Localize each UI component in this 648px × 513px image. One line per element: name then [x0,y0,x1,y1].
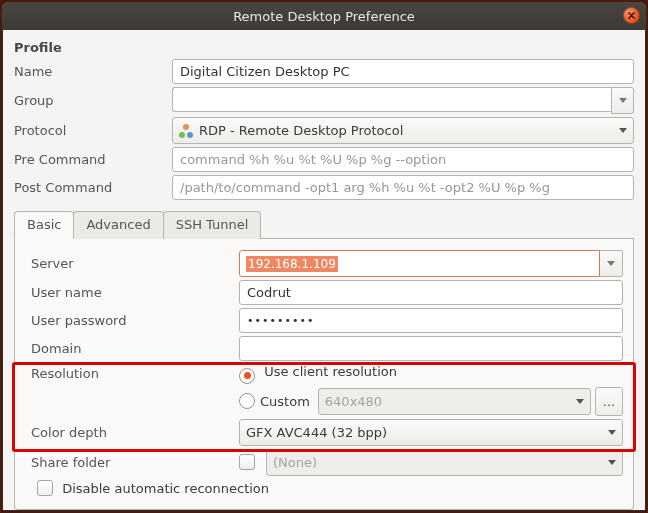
custom-label: Custom [260,394,310,409]
color-depth-value: GFX AVC444 (32 bpp) [246,425,387,440]
share-folder-value: (None) [273,455,317,470]
chevron-down-icon [576,399,584,404]
dialog-body: Profile Name Group Protocol RDP - Remote… [2,30,646,511]
protocol-label: Protocol [14,123,164,138]
close-icon[interactable] [623,7,640,24]
server-label: Server [25,256,231,271]
color-depth-label: Color depth [25,425,231,440]
username-label: User name [25,285,231,300]
titlebar: Remote Desktop Preference [2,2,646,30]
chevron-down-icon [608,460,616,465]
rdp-icon [179,124,193,138]
disable-reconnect-checkbox[interactable] [37,480,53,496]
group-dropdown[interactable] [611,87,634,114]
precmd-input[interactable] [172,147,634,172]
resolution-label: Resolution [25,366,231,381]
password-label: User password [25,313,231,328]
tab-ssh-tunnel[interactable]: SSH Tunnel [163,211,262,239]
disable-reconnect-label: Disable automatic reconnection [62,481,269,496]
dialog-footer: Cancel Save as Default Save Connect Save… [14,510,634,512]
share-folder-checkbox[interactable] [239,454,255,470]
tab-panel-basic: Server 192.168.1.109 User name User pass… [14,239,634,510]
precmd-label: Pre Command [14,152,164,167]
server-value: 192.168.1.109 [246,256,338,272]
protocol-value: RDP - Remote Desktop Protocol [199,123,403,138]
radio-client-resolution[interactable] [239,368,255,384]
postcmd-input[interactable] [172,175,634,200]
username-input[interactable] [239,280,623,305]
server-dropdown[interactable] [600,250,623,277]
window-title: Remote Desktop Preference [233,9,415,24]
password-input[interactable] [239,308,623,333]
group-input[interactable] [172,87,611,112]
preference-dialog: Remote Desktop Preference Profile Name G… [2,2,646,511]
name-label: Name [14,64,164,79]
group-label: Group [14,93,164,108]
chevron-down-icon [608,430,616,435]
tab-strip: Basic Advanced SSH Tunnel [14,210,634,239]
protocol-combo[interactable]: RDP - Remote Desktop Protocol [172,117,634,144]
tab-basic[interactable]: Basic [14,211,74,239]
name-input[interactable] [172,59,634,84]
postcmd-label: Post Command [14,180,164,195]
radio-custom-resolution[interactable] [239,393,255,409]
color-depth-combo[interactable]: GFX AVC444 (32 bpp) [239,419,623,446]
use-client-label: Use client resolution [264,364,397,379]
domain-input[interactable] [239,336,623,361]
chevron-down-icon [619,128,627,133]
share-folder-combo[interactable]: (None) [266,449,623,476]
domain-label: Domain [25,341,231,356]
custom-resolution-value: 640x480 [325,394,382,409]
tab-advanced[interactable]: Advanced [73,211,163,239]
resolution-browse-button[interactable]: ... [595,387,623,416]
share-folder-label: Share folder [25,455,231,470]
profile-heading: Profile [14,40,634,55]
server-input[interactable]: 192.168.1.109 [239,250,600,277]
custom-resolution-combo[interactable]: 640x480 [318,388,591,415]
